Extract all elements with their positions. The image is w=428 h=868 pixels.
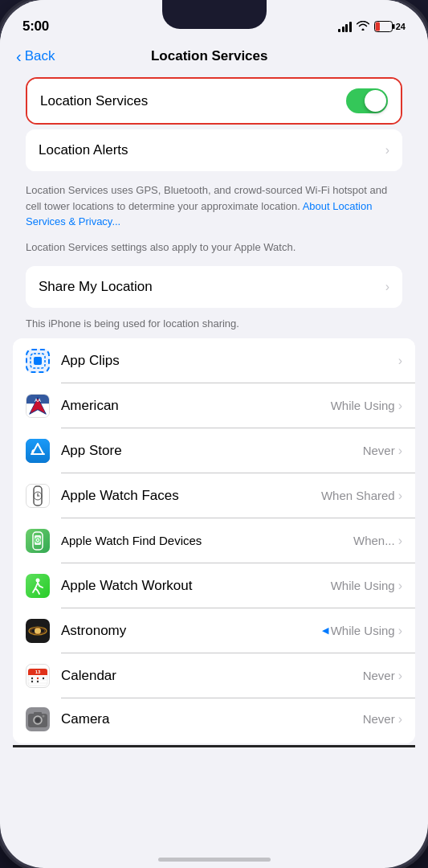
- app-clips-chevron-icon: ›: [398, 354, 402, 368]
- signal-bars-icon: [338, 21, 352, 32]
- watch-faces-permission: When Shared: [321, 489, 395, 502]
- svg-rect-40: [34, 712, 42, 715]
- american-permission: While Using: [331, 399, 395, 412]
- phone-frame: 5:00: [0, 0, 428, 868]
- american-chevron-icon: ›: [398, 399, 402, 413]
- location-alerts-section: Location Alerts ›: [26, 129, 402, 171]
- watch-faces-name: Apple Watch Faces: [61, 488, 321, 504]
- battery-level: 24: [396, 22, 406, 31]
- app-row-workout[interactable]: Apple Watch Workout While Using ›: [13, 563, 415, 608]
- workout-name: Apple Watch Workout: [61, 578, 331, 594]
- watch-faces-icon: [26, 484, 50, 508]
- watch-faces-chevron-icon: ›: [398, 489, 402, 503]
- location-services-toggle-row: Location Services: [27, 79, 401, 123]
- app-store-name: App Store: [61, 443, 363, 459]
- app-row-app-store[interactable]: App Store Never ›: [13, 428, 415, 473]
- location-services-highlighted-group: Location Services: [13, 77, 415, 125]
- workout-permission: While Using: [331, 579, 395, 592]
- svg-text:AA: AA: [35, 398, 41, 403]
- svg-point-36: [37, 680, 39, 682]
- location-alerts-row[interactable]: Location Alerts ›: [26, 129, 402, 171]
- camera-name: Camera: [61, 711, 363, 727]
- svg-rect-2: [375, 23, 380, 31]
- chevron-icon: ›: [385, 143, 389, 158]
- battery-icon: 24: [374, 21, 406, 32]
- astronomy-chevron-icon: ›: [398, 624, 402, 638]
- svg-point-33: [37, 677, 39, 678]
- description-text: Location Services uses GPS, Bluetooth, a…: [0, 176, 428, 236]
- location-services-toggle[interactable]: [346, 88, 388, 113]
- astronomy-name: Astronomy: [61, 623, 322, 639]
- app-clips-icon: [26, 349, 50, 373]
- share-location-label: Share My Location: [39, 279, 385, 295]
- camera-permission: Never: [363, 712, 395, 726]
- american-name: American: [61, 398, 331, 414]
- svg-point-23: [35, 628, 41, 634]
- content-area: Location Services Location Alerts ›: [0, 74, 428, 858]
- svg-rect-4: [34, 357, 42, 365]
- watch-description: Location Services settings also apply to…: [0, 236, 428, 262]
- toggle-knob: [365, 90, 386, 112]
- find-devices-chevron-icon: ›: [398, 534, 402, 548]
- app-store-permission: Never: [363, 444, 395, 457]
- bottom-divider: [13, 745, 415, 747]
- svg-point-20: [36, 578, 40, 582]
- svg-rect-11: [26, 439, 50, 463]
- app-row-watch-faces[interactable]: Apple Watch Faces When Shared ›: [13, 473, 415, 518]
- wifi-icon: [357, 20, 369, 33]
- svg-rect-1: [393, 24, 395, 29]
- svg-point-19: [37, 539, 39, 541]
- location-alerts-label: Location Alerts: [39, 142, 385, 158]
- american-icon: AA: [26, 394, 50, 418]
- find-devices-icon: [26, 529, 50, 553]
- workout-icon: [26, 574, 50, 598]
- phone-screen: 5:00: [0, 0, 428, 868]
- home-bar: [158, 858, 271, 862]
- calendar-icon: 13: [26, 664, 50, 688]
- svg-text:13: 13: [35, 669, 41, 674]
- notch: [162, 0, 267, 29]
- app-row-app-clips[interactable]: App Clips ›: [13, 338, 415, 383]
- app-list: App Clips › AA: [13, 338, 415, 743]
- svg-point-32: [31, 677, 33, 678]
- app-row-american[interactable]: AA American While Using ›: [13, 383, 415, 428]
- location-arrow-icon: ◀: [322, 625, 328, 636]
- app-row-astronomy[interactable]: Astronomy ◀ While Using ›: [13, 608, 415, 653]
- location-alerts-group: Location Alerts ›: [13, 129, 415, 171]
- svg-point-34: [43, 677, 44, 678]
- camera-icon: [26, 707, 50, 731]
- nav-bar: ‹ Back Location Services: [0, 42, 428, 74]
- svg-point-41: [43, 714, 45, 717]
- app-row-calendar[interactable]: 13 Calendar: [13, 653, 415, 698]
- status-icons: 24: [338, 20, 406, 33]
- calendar-name: Calendar: [61, 668, 363, 684]
- svg-point-39: [35, 718, 40, 723]
- location-services-section: Location Services: [26, 77, 402, 125]
- app-store-icon: [26, 439, 50, 463]
- workout-chevron-icon: ›: [398, 579, 402, 593]
- astronomy-icon: [26, 619, 50, 643]
- share-subtitle: This iPhone is being used for location s…: [0, 313, 428, 338]
- share-chevron-icon: ›: [385, 280, 389, 294]
- back-button[interactable]: ‹ Back: [16, 48, 55, 64]
- svg-point-35: [31, 680, 33, 682]
- share-location-row[interactable]: Share My Location ›: [26, 266, 402, 308]
- page-title: Location Services: [55, 48, 364, 64]
- status-time: 5:00: [22, 18, 49, 35]
- calendar-chevron-icon: ›: [398, 669, 402, 683]
- calendar-permission: Never: [363, 669, 395, 682]
- app-row-camera[interactable]: Camera Never ›: [13, 698, 415, 743]
- back-label: Back: [25, 48, 55, 64]
- back-chevron-icon: ‹: [16, 48, 22, 64]
- camera-chevron-icon: ›: [398, 712, 402, 727]
- share-location-section: Share My Location ›: [26, 266, 402, 308]
- find-devices-name: Apple Watch Find Devices: [61, 534, 353, 547]
- share-location-group: Share My Location ›: [13, 266, 415, 308]
- app-row-find-devices[interactable]: Apple Watch Find Devices When... ›: [13, 518, 415, 563]
- app-clips-name: App Clips: [61, 353, 398, 369]
- app-store-chevron-icon: ›: [398, 444, 402, 458]
- astronomy-permission: While Using: [331, 624, 395, 637]
- find-devices-permission: When...: [353, 534, 395, 547]
- location-services-label: Location Services: [40, 93, 346, 109]
